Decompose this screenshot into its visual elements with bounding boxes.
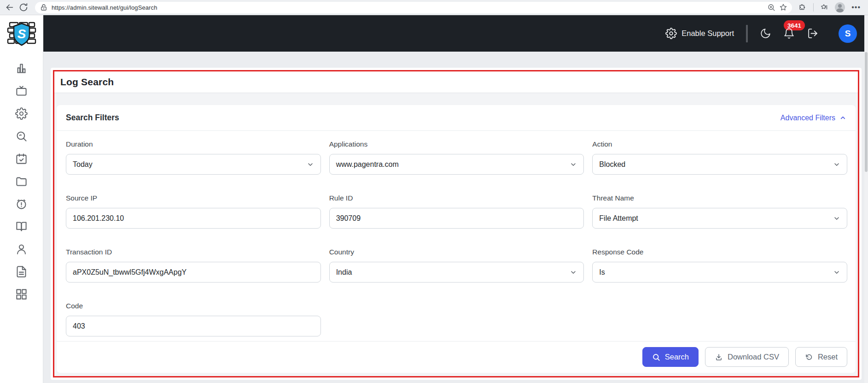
- field-label: Response Code: [592, 248, 847, 256]
- field-label: Source IP: [66, 194, 321, 202]
- selected-value: www.pagentra.com: [336, 160, 399, 169]
- code-input[interactable]: [66, 316, 321, 336]
- field-label: Duration: [66, 140, 321, 148]
- country-select[interactable]: India: [329, 262, 584, 283]
- user-avatar[interactable]: S: [839, 24, 857, 43]
- form-actions: Search Download CSV Reset: [57, 341, 856, 373]
- sidebar-item-log-search[interactable]: [12, 130, 31, 142]
- header-controls: Enable Support 3641 S: [665, 24, 864, 43]
- chevron-down-icon: [307, 161, 314, 168]
- field-label: Code: [66, 302, 321, 310]
- source-ip-input[interactable]: [66, 208, 321, 229]
- selected-value: Blocked: [599, 160, 625, 169]
- zoom-icon[interactable]: [767, 3, 775, 12]
- field-label: Transaction ID: [66, 248, 321, 256]
- calendar-check-icon: [15, 153, 28, 165]
- action-field: Action Blocked: [592, 140, 847, 175]
- sidebar-item-alerts[interactable]: [12, 197, 31, 210]
- file-text-icon: [15, 265, 28, 278]
- transaction-id-input[interactable]: [66, 262, 321, 283]
- enable-support-button[interactable]: Enable Support: [665, 28, 734, 39]
- page-scrollbar[interactable]: [864, 15, 868, 383]
- search-filters-card: Search Filters Advanced Filters Duration…: [57, 105, 856, 373]
- dark-mode-moon-icon[interactable]: [760, 28, 771, 39]
- sidebar-item-monitoring[interactable]: [12, 84, 31, 97]
- toolbar-divider: [813, 3, 814, 12]
- field-label: Rule ID: [329, 194, 584, 202]
- reset-icon: [805, 353, 813, 361]
- sidebar-item-analytics[interactable]: [12, 62, 31, 75]
- sidebar-item-reports[interactable]: [12, 265, 31, 278]
- selected-value: File Attempt: [599, 214, 638, 223]
- selected-value: Is: [599, 268, 605, 277]
- open-book-icon: [15, 220, 28, 233]
- notifications-button[interactable]: 3641: [783, 28, 795, 39]
- main-content: Log Search Search Filters Advanced Filte…: [43, 52, 868, 383]
- sidebar-item-documentation[interactable]: [12, 220, 31, 233]
- country-field: Country India: [329, 248, 584, 283]
- response-code-select[interactable]: Is: [592, 262, 847, 283]
- logout-icon[interactable]: [807, 28, 818, 39]
- rule-id-input[interactable]: [329, 208, 584, 229]
- sidebar-item-files[interactable]: [12, 175, 31, 188]
- sidebar-nav: [0, 52, 43, 383]
- gear-icon: [15, 107, 28, 120]
- advanced-filters-toggle[interactable]: Advanced Filters: [781, 114, 846, 122]
- bell-icon: [783, 28, 795, 39]
- reset-label: Reset: [818, 353, 838, 361]
- chrome-toolbar: •••: [798, 2, 863, 12]
- threat-name-field: Threat Name File Attempt: [592, 194, 847, 229]
- svg-text:S: S: [17, 27, 26, 41]
- card-header: Search Filters Advanced Filters: [57, 105, 856, 131]
- scrollbar-thumb[interactable]: [865, 52, 868, 172]
- alarm-alert-icon: [15, 198, 28, 210]
- sidebar-item-users[interactable]: [12, 242, 31, 255]
- content-frame: Log Search Search Filters Advanced Filte…: [51, 68, 862, 380]
- refresh-icon[interactable]: [18, 2, 29, 12]
- source-ip-field: Source IP: [66, 194, 321, 229]
- browser-profile-avatar[interactable]: [835, 2, 845, 12]
- search-button[interactable]: Search: [642, 347, 699, 367]
- applications-select[interactable]: www.pagentra.com: [329, 154, 584, 175]
- app-logo[interactable]: S: [0, 15, 43, 52]
- selected-value: Today: [73, 160, 93, 169]
- address-bar[interactable]: https://admin.sitewall.net/gui/logSearch: [35, 2, 792, 13]
- search-icon: [652, 353, 660, 361]
- sidebar-item-settings[interactable]: [12, 107, 31, 120]
- header-divider: [746, 25, 748, 42]
- card-title: Search Filters: [66, 113, 119, 123]
- browser-menu-icon[interactable]: •••: [851, 5, 861, 10]
- threat-name-select[interactable]: File Attempt: [592, 208, 847, 229]
- transaction-id-field: Transaction ID: [66, 248, 321, 283]
- favorites-bar-icon[interactable]: [820, 3, 828, 12]
- extensions-icon[interactable]: [798, 3, 807, 12]
- chevron-down-icon: [833, 215, 840, 222]
- bar-chart-icon: [15, 62, 28, 75]
- field-label: Country: [329, 248, 584, 256]
- field-label: Applications: [329, 140, 584, 148]
- action-select[interactable]: Blocked: [592, 154, 847, 175]
- reset-button[interactable]: Reset: [795, 347, 847, 367]
- download-csv-button[interactable]: Download CSV: [705, 347, 789, 367]
- app-header: S Enable Support 3641 S: [0, 15, 864, 52]
- page-title-bar: Log Search: [54, 71, 858, 93]
- user-icon: [15, 243, 28, 255]
- back-icon[interactable]: [5, 2, 15, 12]
- gear-icon: [665, 28, 677, 39]
- lock-icon: [40, 3, 48, 12]
- sidebar-item-apps[interactable]: [12, 288, 31, 301]
- rule-id-field: Rule ID: [329, 194, 584, 229]
- enable-support-label: Enable Support: [682, 29, 734, 38]
- chevron-down-icon: [833, 161, 840, 168]
- page-title: Log Search: [60, 77, 114, 88]
- favorite-star-icon[interactable]: [779, 3, 787, 12]
- highlighted-region: Log Search Search Filters Advanced Filte…: [53, 70, 859, 377]
- chevron-down-icon: [570, 269, 577, 276]
- download-icon: [715, 353, 723, 361]
- duration-select[interactable]: Today: [66, 154, 321, 175]
- sitewall-logo-icon: S: [7, 19, 36, 48]
- url-text[interactable]: https://admin.sitewall.net/gui/logSearch: [52, 4, 763, 11]
- folder-icon: [15, 175, 28, 188]
- sidebar-item-scheduled-tasks[interactable]: [12, 152, 31, 165]
- code-field: Code: [66, 302, 321, 336]
